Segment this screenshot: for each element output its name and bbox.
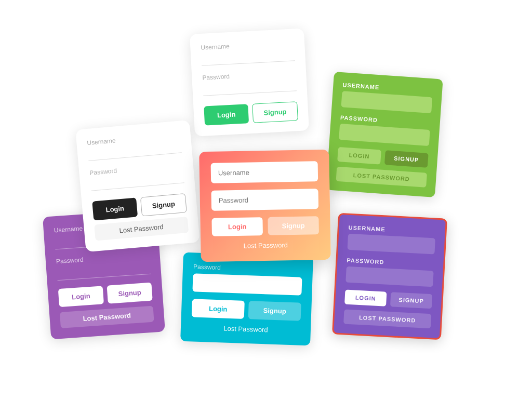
lost-password-green[interactable]: LOST PASSWORD <box>336 167 428 188</box>
password-input-purple-dark[interactable] <box>345 267 433 287</box>
password-input-cyan[interactable] <box>192 273 302 295</box>
signup-button-white[interactable]: Signup <box>252 101 298 123</box>
login-button-white[interactable]: Login <box>204 104 249 125</box>
signup-button-cyan[interactable]: Signup <box>248 301 301 321</box>
login-button-cyan[interactable]: Login <box>192 299 245 319</box>
signup-button-bw[interactable]: Signup <box>140 193 187 216</box>
password-input-gradient[interactable] <box>211 189 318 211</box>
username-input-green[interactable] <box>341 91 432 113</box>
login-button-purple-dark[interactable]: LOGIN <box>344 290 387 307</box>
login-button-purple[interactable]: Login <box>58 286 104 307</box>
password-label-purple-dark: PASSWORD <box>347 257 434 268</box>
password-input-green[interactable] <box>339 124 430 146</box>
scene: Username Password Login Signup Username … <box>0 0 532 413</box>
login-button-green[interactable]: LOGIN <box>337 147 381 165</box>
username-label-purple-dark: USERNAME <box>349 224 436 235</box>
card-white-top: Username Password Login Signup <box>190 28 309 136</box>
signup-button-gradient[interactable]: Signup <box>268 216 319 235</box>
username-input-gradient[interactable] <box>211 161 318 183</box>
signup-button-purple[interactable]: Signup <box>107 283 153 304</box>
password-input-purple[interactable] <box>57 262 151 281</box>
login-button-gradient[interactable]: Login <box>211 217 263 236</box>
card-cyan: Password Login Signup Lost Password <box>180 252 313 346</box>
lost-password-purple[interactable]: Lost Password <box>60 306 154 328</box>
lost-password-purple-dark[interactable]: LOST PASSWORD <box>343 310 431 329</box>
login-button-bw[interactable]: Login <box>92 197 138 220</box>
signup-button-purple-dark[interactable]: SIGNUP <box>390 292 432 309</box>
card-gradient: Login Signup Lost Password <box>199 150 331 262</box>
username-input-white[interactable] <box>201 48 295 65</box>
username-input-purple-dark[interactable] <box>348 234 435 255</box>
card-green: USERNAME PASSWORD LOGIN SIGNUP LOST PASS… <box>326 72 443 197</box>
card-purple-dark: USERNAME PASSWORD LOGIN SIGNUP LOST PASS… <box>332 213 447 340</box>
lost-password-cyan[interactable]: Lost Password <box>191 323 300 335</box>
lost-password-gradient[interactable]: Lost Password <box>212 241 319 250</box>
signup-button-green[interactable]: SIGNUP <box>384 150 429 168</box>
password-label-cyan: Password <box>193 263 302 274</box>
lost-password-bw[interactable]: Lost Password <box>94 217 189 241</box>
card-bw: Username Password Login Signup Lost Pass… <box>75 120 200 252</box>
password-input-white[interactable] <box>203 78 297 96</box>
